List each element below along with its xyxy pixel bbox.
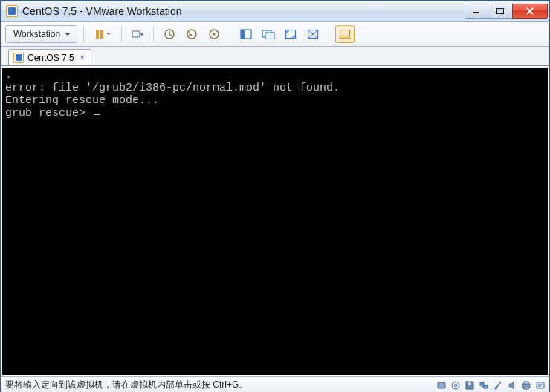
usb-icon[interactable] [492,379,504,391]
svg-rect-22 [480,382,484,385]
close-tab-button[interactable]: × [80,53,85,62]
svg-rect-4 [132,31,140,37]
show-console-button[interactable] [236,25,256,43]
svg-rect-16 [340,35,350,38]
printer-icon[interactable] [520,379,532,391]
window-title: CentOS 7.5 - VMware Workstation [22,5,181,17]
svg-rect-27 [524,382,528,384]
cursor [94,114,100,115]
snapshot-button[interactable] [160,25,179,43]
status-icons [436,379,546,391]
svg-rect-21 [468,382,471,385]
hard-disk-icon[interactable] [436,379,447,391]
tabstrip: CentOS 7.5 × [1,47,549,66]
unity-button[interactable] [303,25,323,43]
send-ctrl-alt-del-button[interactable] [128,25,147,43]
svg-point-8 [213,33,216,35]
window-controls [465,4,548,19]
svg-point-19 [455,384,457,386]
separator [230,26,230,42]
vm-tab[interactable]: CentOS 7.5 × [8,49,91,65]
fullscreen-button[interactable] [281,25,300,43]
svg-rect-1 [497,8,504,13]
svg-point-6 [187,30,196,39]
status-message: 要将输入定向到该虚拟机，请在虚拟机内部单击或按 Ctrl+G。 [4,379,436,391]
minimize-button[interactable] [465,4,488,19]
message-log-icon[interactable] [534,379,546,391]
svg-rect-12 [265,33,274,39]
workstation-menu-label: Workstation [13,29,60,39]
console-area: . error: file '/grub2/i386-pc/normal.mod… [1,66,549,376]
svg-rect-3 [100,30,103,39]
multiple-monitors-button[interactable] [259,25,278,43]
console-line: . [5,69,12,82]
separator [153,26,154,42]
separator [329,26,329,42]
svg-point-25 [499,381,502,383]
close-button[interactable] [512,4,548,19]
maximize-button[interactable] [488,4,512,19]
vm-tab-label: CentOS 7.5 [28,53,74,63]
workstation-menu[interactable]: Workstation [5,25,77,43]
thumbnail-bar-button[interactable] [335,25,355,43]
vm-icon [13,53,24,63]
network-icon[interactable] [478,379,490,391]
console-prompt: grub rescue> [5,107,92,120]
svg-rect-29 [537,382,544,388]
sound-icon[interactable] [506,379,518,391]
snapshot-manager-button[interactable] [204,25,224,43]
vm-console[interactable]: . error: file '/grub2/i386-pc/normal.mod… [2,68,548,375]
floppy-icon[interactable] [464,379,476,391]
console-line: error: file '/grub2/i386-pc/normal.mod' … [5,82,340,94]
cd-icon[interactable] [450,379,462,391]
svg-rect-17 [438,382,445,388]
titlebar: CentOS 7.5 - VMware Workstation [1,1,549,22]
svg-rect-0 [473,12,479,13]
toolbar: Workstation [1,22,549,47]
svg-rect-23 [484,385,488,388]
separator [121,26,122,42]
console-line: Entering rescue mode... [5,94,159,107]
statusbar: 要将输入定向到该虚拟机，请在虚拟机内部单击或按 Ctrl+G。 [1,376,549,392]
revert-snapshot-button[interactable] [182,25,201,43]
chevron-down-icon [65,33,71,36]
separator [83,26,84,42]
svg-rect-2 [96,30,99,39]
svg-rect-10 [241,30,245,39]
pause-button[interactable] [90,25,115,43]
chevron-down-icon [106,33,111,35]
svg-rect-28 [524,387,528,389]
app-icon [6,5,18,17]
